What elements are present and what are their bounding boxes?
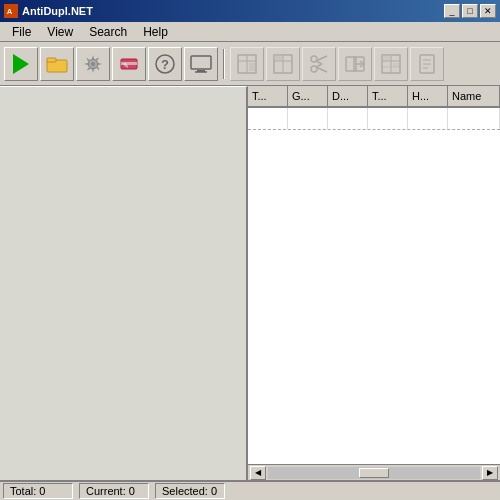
help-button[interactable]: ? bbox=[148, 47, 182, 81]
col-header-name[interactable]: Name bbox=[448, 86, 500, 106]
table-icon bbox=[236, 53, 258, 75]
svg-text:A: A bbox=[7, 7, 13, 16]
action6-button[interactable] bbox=[410, 47, 444, 81]
right-panel: T... G... D... T... H... Name ◀ ▶ bbox=[248, 86, 500, 480]
open-button[interactable] bbox=[40, 47, 74, 81]
title-bar-buttons[interactable]: _ □ ✕ bbox=[444, 4, 496, 18]
single-icon bbox=[416, 53, 438, 75]
row-cell-type bbox=[248, 108, 288, 129]
svg-rect-37 bbox=[393, 63, 399, 67]
col-header-type[interactable]: T... bbox=[248, 86, 288, 106]
svg-line-27 bbox=[316, 61, 322, 64]
title-text: AntiDupl.NET bbox=[22, 5, 93, 17]
svg-rect-3 bbox=[47, 58, 56, 62]
minimize-button[interactable]: _ bbox=[444, 4, 460, 18]
svg-line-28 bbox=[316, 64, 322, 67]
monitor-button[interactable] bbox=[184, 47, 218, 81]
col-header-transform[interactable]: T... bbox=[368, 86, 408, 106]
action2-button[interactable] bbox=[266, 47, 300, 81]
row-cell-transform bbox=[368, 108, 408, 129]
app-icon: A bbox=[4, 4, 18, 18]
svg-rect-22 bbox=[274, 55, 283, 61]
toolbar: ✎ ? bbox=[0, 42, 500, 86]
settings-button[interactable] bbox=[76, 47, 110, 81]
toolbar-separator-1 bbox=[223, 49, 225, 79]
status-current: Current: 0 bbox=[79, 483, 149, 499]
play-icon bbox=[13, 54, 29, 74]
menu-file[interactable]: File bbox=[4, 23, 39, 41]
table2-icon bbox=[272, 53, 294, 75]
svg-text:✎: ✎ bbox=[123, 62, 129, 69]
row-cell-diff bbox=[328, 108, 368, 129]
row-cell-hint bbox=[408, 108, 448, 129]
status-total: Total: 0 bbox=[3, 483, 73, 499]
status-panel: Total: 0 Current: 0 Selected: 0 bbox=[0, 481, 500, 500]
menu-bar: File View Search Help bbox=[0, 22, 500, 42]
table-header: T... G... D... T... H... Name bbox=[248, 86, 500, 108]
action4-button[interactable] bbox=[338, 47, 372, 81]
table-body bbox=[248, 130, 500, 464]
start-button[interactable] bbox=[4, 47, 38, 81]
left-panel bbox=[0, 86, 248, 480]
gear-icon bbox=[82, 53, 104, 75]
scroll-left-button[interactable]: ◀ bbox=[250, 466, 266, 480]
scissors-icon bbox=[308, 53, 330, 75]
svg-rect-12 bbox=[191, 56, 211, 69]
main-area: T... G... D... T... H... Name ◀ ▶ bbox=[0, 86, 500, 480]
monitor-icon bbox=[189, 54, 213, 74]
horizontal-scrollbar[interactable]: ◀ ▶ bbox=[248, 464, 500, 480]
close-button[interactable]: ✕ bbox=[480, 4, 496, 18]
svg-rect-36 bbox=[382, 55, 391, 61]
svg-rect-18 bbox=[249, 63, 255, 71]
maximize-button[interactable]: □ bbox=[462, 4, 478, 18]
svg-point-6 bbox=[91, 62, 95, 66]
action1-button[interactable] bbox=[230, 47, 264, 81]
row-cell-group bbox=[288, 108, 328, 129]
title-bar-left: A AntiDupl.NET bbox=[4, 4, 93, 18]
action3-button[interactable] bbox=[302, 47, 336, 81]
move-icon bbox=[344, 53, 366, 75]
menu-search[interactable]: Search bbox=[81, 23, 135, 41]
col-header-group[interactable]: G... bbox=[288, 86, 328, 106]
question-icon: ? bbox=[154, 53, 176, 75]
menu-help[interactable]: Help bbox=[135, 23, 176, 41]
menu-view[interactable]: View bbox=[39, 23, 81, 41]
col-header-diff[interactable]: D... bbox=[328, 86, 368, 106]
eraser-icon: ✎ bbox=[118, 55, 140, 73]
eraser-button[interactable]: ✎ bbox=[112, 47, 146, 81]
row-cell-name bbox=[448, 108, 500, 129]
folder-icon bbox=[45, 54, 69, 74]
action5-button[interactable] bbox=[374, 47, 408, 81]
scroll-track[interactable] bbox=[268, 467, 480, 479]
table3-icon bbox=[380, 53, 402, 75]
status-bar: Total: 0 Current: 0 Selected: 0 bbox=[0, 480, 500, 500]
title-bar: A AntiDupl.NET _ □ ✕ bbox=[0, 0, 500, 22]
table-separator-row bbox=[248, 108, 500, 130]
svg-text:?: ? bbox=[161, 57, 169, 72]
scroll-thumb[interactable] bbox=[359, 468, 389, 478]
col-header-hint[interactable]: H... bbox=[408, 86, 448, 106]
scroll-right-button[interactable]: ▶ bbox=[482, 466, 498, 480]
status-selected: Selected: 0 bbox=[155, 483, 225, 499]
